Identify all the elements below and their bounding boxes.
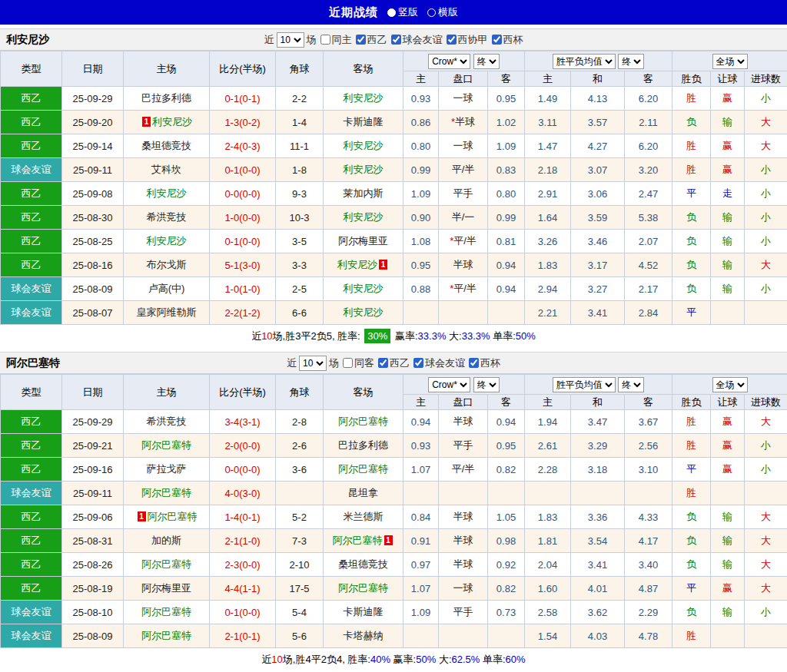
score-link[interactable]: 4-4(1-1)	[224, 583, 260, 594]
team-name[interactable]: 阿尔梅里亚	[338, 235, 388, 247]
team-name[interactable]: 利安尼沙	[344, 164, 384, 175]
avg-type-select[interactable]: 胜平负均值	[553, 54, 616, 69]
team-name[interactable]: 阿尔巴塞特	[338, 415, 388, 427]
team-name[interactable]: 利安尼沙	[344, 306, 384, 318]
score-link[interactable]: 1-0(1-0)	[224, 283, 260, 295]
team-name[interactable]: 利安尼沙	[344, 283, 384, 294]
recent-count-select[interactable]: 10	[299, 356, 327, 371]
avg-type-select[interactable]: 胜平负均值	[553, 377, 616, 392]
filter-checkbox-input[interactable]	[391, 35, 401, 45]
filter-checkbox-input[interactable]	[356, 35, 366, 45]
filter-checkbox-input[interactable]	[343, 358, 353, 368]
filter-checkbox-input[interactable]	[320, 35, 330, 45]
corner-cell: 2-6	[276, 434, 324, 458]
score-link[interactable]: 2-1(0-1)	[224, 631, 260, 642]
score-link[interactable]: 0-1(0-0)	[224, 236, 260, 247]
team-name[interactable]: 布尔戈斯	[147, 259, 187, 270]
filter-checkbox-西协甲[interactable]: 西协甲	[447, 33, 488, 47]
score-link[interactable]: 2-3(0-0)	[224, 559, 260, 571]
team-name[interactable]: 桑坦德竞技	[141, 140, 191, 151]
team-name[interactable]: 阿尔巴塞特	[141, 606, 191, 617]
odds-time-select[interactable]: 终	[473, 377, 500, 392]
team-name[interactable]: 希洪竞技	[147, 415, 187, 427]
team-name[interactable]: 卢高(中)	[148, 283, 185, 294]
team-name[interactable]: 利安尼沙	[344, 140, 384, 151]
score-cell: 5-1(3-0)	[210, 253, 276, 277]
team-name[interactable]: 加的斯	[151, 535, 181, 546]
score-link[interactable]: 1-3(0-2)	[224, 117, 260, 128]
col-avg-away: 客	[625, 395, 672, 410]
layout-vertical-option[interactable]: 竖版	[387, 5, 418, 19]
team-name[interactable]: 米兰德斯	[344, 511, 384, 522]
radio-vertical-icon[interactable]	[387, 8, 396, 17]
team-name[interactable]: 希洪竞技	[147, 211, 187, 223]
filter-checkbox-input[interactable]	[413, 358, 423, 368]
score-link[interactable]: 2-4(0-3)	[224, 141, 260, 152]
team-name[interactable]: 阿尔巴塞特	[141, 487, 191, 498]
score-link[interactable]: 0-0(0-0)	[224, 188, 260, 200]
odds-company-select[interactable]: Crow*	[428, 377, 470, 392]
odds-away-cell: 0.94	[488, 410, 525, 434]
filter-checkbox-西乙[interactable]: 西乙	[378, 356, 410, 370]
filter-checkbox-西杯[interactable]: 西杯	[469, 356, 500, 370]
scope-select[interactable]: 全场	[712, 377, 748, 392]
score-link[interactable]: 0-0(0-0)	[224, 464, 260, 475]
team-name[interactable]: 卡斯迪隆	[344, 606, 384, 617]
score-link[interactable]: 4-0(3-0)	[224, 488, 260, 499]
team-name[interactable]: 阿尔巴塞特	[333, 535, 383, 546]
team-name[interactable]: 利安尼沙	[337, 259, 377, 270]
radio-horizontal-icon[interactable]	[427, 8, 436, 17]
team-name[interactable]: 阿尔巴塞特	[141, 630, 191, 641]
team-name[interactable]: 卡斯迪隆	[344, 116, 384, 127]
score-link[interactable]: 2-2(1-2)	[224, 307, 260, 319]
team-name[interactable]: 巴拉多利德	[338, 439, 388, 451]
filter-checkbox-input[interactable]	[378, 358, 388, 368]
filter-checkbox-input[interactable]	[469, 358, 479, 368]
team-name[interactable]: 利安尼沙	[147, 187, 187, 199]
team-name[interactable]: 阿尔巴塞特	[141, 558, 191, 570]
score-link[interactable]: 0-1(0-0)	[224, 607, 260, 618]
avg-time-select[interactable]: 终	[618, 377, 644, 392]
filter-checkbox-input[interactable]	[492, 35, 502, 45]
filter-checkbox-西乙[interactable]: 西乙	[356, 33, 387, 47]
team-name[interactable]: 昆坦拿	[348, 487, 378, 498]
filter-checkbox-同客[interactable]: 同客	[343, 356, 374, 370]
team-name[interactable]: 阿尔巴塞特	[338, 463, 388, 475]
team-name[interactable]: 利安尼沙	[344, 211, 384, 223]
team-name[interactable]: 阿尔巴塞特	[338, 582, 388, 594]
team-name[interactable]: 艾科坎	[151, 164, 181, 175]
score-link[interactable]: 0-1(0-1)	[224, 93, 260, 104]
odds-time-select[interactable]: 终	[473, 54, 500, 69]
score-link[interactable]: 1-4(0-1)	[224, 511, 260, 523]
result-handicap-cell: 输	[711, 277, 745, 301]
team-name[interactable]: 皇家阿维勒斯	[137, 306, 197, 318]
filter-checkbox-球会友谊[interactable]: 球会友谊	[413, 356, 465, 370]
filter-checkbox-同主[interactable]: 同主	[320, 33, 352, 47]
odds-company-select[interactable]: Crow*	[428, 54, 470, 69]
score-link[interactable]: 2-1(1-0)	[224, 535, 260, 547]
layout-horizontal-option[interactable]: 横版	[427, 5, 458, 19]
team-name[interactable]: 卡塔赫纳	[344, 630, 384, 641]
team-name[interactable]: 利安尼沙	[344, 92, 384, 104]
filter-checkbox-球会友谊[interactable]: 球会友谊	[391, 33, 443, 47]
team-name[interactable]: 莱加内斯	[344, 187, 384, 199]
team-name[interactable]: 巴拉多利德	[141, 92, 191, 104]
scope-select[interactable]: 全场	[712, 54, 748, 69]
team-name[interactable]: 萨拉戈萨	[147, 463, 187, 475]
score-link[interactable]: 5-1(3-0)	[224, 260, 260, 271]
avg-away-cell: 2.56	[625, 434, 672, 458]
filter-checkbox-西杯[interactable]: 西杯	[492, 33, 523, 47]
team-name[interactable]: 利安尼沙	[147, 235, 187, 247]
team-name[interactable]: 阿尔梅里亚	[141, 582, 191, 594]
score-link[interactable]: 2-0(0-0)	[224, 440, 260, 452]
score-link[interactable]: 3-4(3-1)	[224, 416, 260, 428]
filter-checkbox-input[interactable]	[447, 35, 457, 45]
avg-time-select[interactable]: 终	[618, 54, 644, 69]
team-name[interactable]: 利安尼沙	[152, 116, 192, 127]
score-link[interactable]: 1-0(0-0)	[224, 212, 260, 223]
team-name[interactable]: 阿尔巴塞特	[148, 511, 198, 522]
team-name[interactable]: 阿尔巴塞特	[141, 439, 191, 451]
team-name[interactable]: 桑坦德竞技	[338, 558, 388, 570]
score-link[interactable]: 0-1(0-0)	[224, 164, 260, 176]
recent-count-select[interactable]: 10	[277, 32, 304, 48]
